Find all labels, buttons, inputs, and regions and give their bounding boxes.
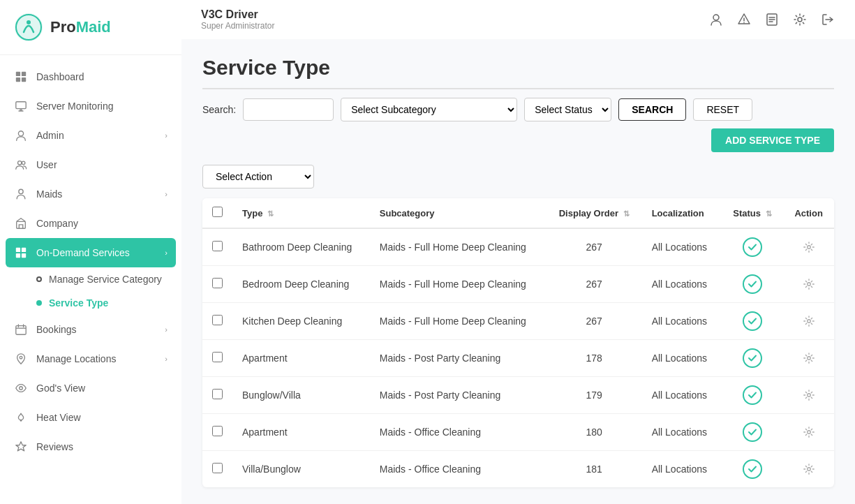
cell-localization: All Locations bbox=[642, 340, 722, 377]
cell-display-order: 267 bbox=[547, 303, 642, 340]
sidebar-item-on-demand-services[interactable]: On-Demand Services › bbox=[6, 238, 176, 267]
cell-status bbox=[722, 340, 784, 377]
cell-type: Bunglow/Villa bbox=[232, 377, 370, 414]
cell-subcategory: Maids - Full Home Deep Cleaning bbox=[370, 228, 547, 266]
sidebar-item-label: Bookings bbox=[36, 324, 77, 335]
heat-icon bbox=[14, 410, 28, 424]
subcategory-select[interactable]: Select SubcategoryMaids - Full Home Deep… bbox=[341, 98, 517, 121]
sidebar-item-user[interactable]: User bbox=[0, 150, 181, 179]
table-row: Apartment Maids - Office Cleaning 180 Al… bbox=[202, 414, 834, 451]
cell-subcategory: Maids - Full Home Deep Cleaning bbox=[370, 266, 547, 303]
svg-point-13 bbox=[19, 189, 23, 193]
alert-icon[interactable] bbox=[736, 12, 752, 27]
action-gear-icon[interactable] bbox=[799, 422, 819, 442]
action-gear-icon[interactable] bbox=[799, 348, 819, 368]
sidebar-item-manage-locations[interactable]: Manage Locations › bbox=[0, 344, 181, 373]
svg-point-33 bbox=[807, 357, 810, 360]
svg-rect-8 bbox=[20, 110, 22, 111]
sidebar: ProMaid Dashboard Server Monitoring Admi… bbox=[0, 0, 181, 504]
sidebar-item-admin[interactable]: Admin › bbox=[0, 121, 181, 150]
sidebar-item-maids[interactable]: Maids › bbox=[0, 179, 181, 209]
logo-icon bbox=[14, 13, 43, 42]
location-icon bbox=[14, 352, 28, 366]
sidebar-item-label: Reviews bbox=[36, 441, 73, 452]
settings-icon[interactable] bbox=[792, 12, 808, 27]
action-gear-icon[interactable] bbox=[799, 385, 819, 405]
row-checkbox[interactable] bbox=[212, 389, 223, 399]
users-icon bbox=[14, 158, 28, 172]
svg-rect-4 bbox=[22, 72, 26, 76]
logo-text: ProMaid bbox=[50, 18, 111, 36]
svg-point-22 bbox=[713, 15, 719, 20]
sidebar-item-reviews[interactable]: Reviews bbox=[0, 432, 181, 461]
cell-localization: All Locations bbox=[642, 266, 722, 303]
cell-action bbox=[783, 377, 834, 414]
sidebar-item-heat-view[interactable]: Heat View bbox=[0, 403, 181, 432]
status-active-icon[interactable] bbox=[743, 311, 762, 331]
sidebar-item-label: Company bbox=[36, 218, 78, 229]
cell-display-order: 180 bbox=[547, 414, 642, 451]
sidebar-item-company[interactable]: Company bbox=[0, 209, 181, 238]
logout-icon[interactable] bbox=[820, 12, 835, 27]
status-select[interactable]: Select StatusActiveInactive bbox=[524, 98, 611, 121]
action-gear-icon[interactable] bbox=[799, 274, 819, 294]
status-active-icon[interactable] bbox=[743, 274, 762, 294]
table-row: Villa/Bunglow Maids - Office Cleaning 18… bbox=[202, 451, 834, 488]
cell-type: Bedroom Deep Cleaning bbox=[232, 266, 370, 303]
sidebar-sub-manage-service-category[interactable]: Manage Service Category bbox=[0, 267, 181, 291]
cell-subcategory: Maids - Office Cleaning bbox=[370, 451, 547, 488]
sidebar-item-dashboard[interactable]: Dashboard bbox=[0, 62, 181, 91]
status-active-icon[interactable] bbox=[743, 237, 762, 257]
cell-localization: All Locations bbox=[642, 303, 722, 340]
svg-point-32 bbox=[807, 320, 810, 323]
profile-icon[interactable] bbox=[708, 12, 724, 27]
col-display-order: Display Order ⇅ bbox=[547, 198, 642, 228]
search-input[interactable] bbox=[243, 98, 334, 121]
row-checkbox[interactable] bbox=[212, 315, 223, 325]
sidebar-sub-service-type[interactable]: Service Type bbox=[0, 291, 181, 315]
action-gear-icon[interactable] bbox=[799, 237, 819, 257]
sidebar-item-bookings[interactable]: Bookings › bbox=[0, 315, 181, 344]
svg-point-21 bbox=[20, 387, 23, 390]
action-gear-icon[interactable] bbox=[799, 459, 819, 479]
logo: ProMaid bbox=[0, 0, 181, 55]
svg-point-10 bbox=[18, 131, 23, 136]
sidebar-item-server-monitoring[interactable]: Server Monitoring bbox=[0, 91, 181, 121]
row-checkbox[interactable] bbox=[212, 352, 223, 362]
action-gear-icon[interactable] bbox=[799, 311, 819, 331]
reset-button[interactable]: RESET bbox=[693, 98, 752, 121]
row-checkbox[interactable] bbox=[212, 463, 223, 473]
sidebar-item-gods-view[interactable]: God's View bbox=[0, 373, 181, 403]
action-select[interactable]: Select ActionDelete bbox=[202, 165, 314, 188]
svg-rect-9 bbox=[18, 110, 23, 111]
cell-action bbox=[783, 414, 834, 451]
cell-subcategory: Maids - Office Cleaning bbox=[370, 414, 547, 451]
table-row: Bathroom Deep Cleaning Maids - Full Home… bbox=[202, 228, 834, 266]
add-service-type-button[interactable]: ADD SERVICE TYPE bbox=[711, 128, 834, 152]
cell-localization: All Locations bbox=[642, 377, 722, 414]
cell-status bbox=[722, 266, 784, 303]
service-type-table: Type ⇅ Subcategory Display Order ⇅ Local… bbox=[202, 198, 834, 487]
cell-subcategory: Maids - Post Party Cleaning bbox=[370, 377, 547, 414]
status-active-icon[interactable] bbox=[743, 385, 762, 405]
row-checkbox[interactable] bbox=[212, 426, 223, 436]
svg-point-24 bbox=[743, 22, 745, 24]
notes-icon[interactable] bbox=[764, 12, 780, 27]
chevron-right-icon: › bbox=[165, 249, 168, 257]
row-checkbox[interactable] bbox=[212, 278, 223, 288]
eye-icon bbox=[14, 381, 28, 395]
sidebar-item-label: On-Demand Services bbox=[36, 247, 130, 258]
monitor-icon bbox=[14, 99, 28, 113]
status-active-icon[interactable] bbox=[743, 459, 762, 479]
svg-rect-5 bbox=[16, 77, 20, 82]
search-button[interactable]: SEARCH bbox=[618, 98, 686, 121]
status-active-icon[interactable] bbox=[743, 348, 762, 368]
sort-icon: ⇅ bbox=[623, 209, 630, 218]
people-icon bbox=[14, 187, 28, 201]
select-all-checkbox[interactable] bbox=[212, 207, 223, 217]
cell-display-order: 267 bbox=[547, 266, 642, 303]
cell-display-order: 179 bbox=[547, 377, 642, 414]
status-active-icon[interactable] bbox=[743, 422, 762, 442]
row-checkbox[interactable] bbox=[212, 241, 223, 251]
cell-display-order: 178 bbox=[547, 340, 642, 377]
